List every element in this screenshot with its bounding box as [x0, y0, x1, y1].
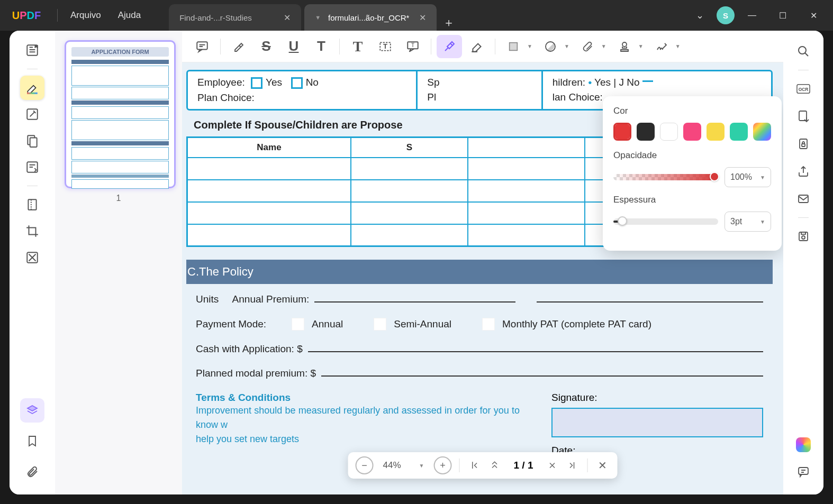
close-icon[interactable]: ✕ [284, 13, 291, 23]
next-page-icon[interactable] [545, 456, 559, 474]
highlight-tool-icon[interactable] [20, 76, 44, 100]
underline-icon[interactable]: U [281, 35, 306, 58]
separator [27, 69, 38, 69]
svg-rect-13 [510, 42, 518, 50]
svg-rect-26 [799, 468, 808, 474]
app-body: APPLICATION FORM 1 S U T T T T [10, 31, 823, 494]
first-page-icon[interactable] [467, 456, 482, 474]
employee-label: Employee: [197, 77, 245, 88]
highlighter-icon[interactable] [226, 35, 251, 58]
page-indicator: 1 / 1 [507, 460, 539, 471]
bookmark-icon[interactable] [20, 429, 44, 453]
color-teal[interactable] [730, 123, 748, 141]
checkbox[interactable] [482, 318, 495, 331]
plan-choice-label: Plan Choice: [197, 92, 406, 104]
convert-icon[interactable] [791, 104, 816, 129]
shape-dropdown[interactable]: ▼ [501, 35, 536, 58]
edit-tool-icon[interactable] [20, 102, 44, 126]
reader-tool-icon[interactable] [20, 38, 44, 62]
color-black[interactable] [637, 123, 655, 141]
squiggly-icon[interactable]: T [309, 35, 334, 58]
form-tool-icon[interactable] [20, 155, 44, 179]
tab-inactive[interactable]: Find-and-...r-Studies ✕ [169, 4, 301, 31]
svg-point-24 [802, 236, 805, 239]
slider-thumb[interactable] [618, 216, 627, 226]
chat-icon[interactable] [791, 460, 816, 484]
eraser-icon[interactable] [464, 35, 490, 58]
close-button[interactable]: ✕ [800, 5, 827, 26]
sticker-dropdown[interactable]: ▼ [538, 35, 573, 58]
color-swatches [613, 123, 771, 141]
titlebar: UPDF Arquivo Ajuda Find-and-...r-Studies… [0, 0, 833, 31]
main-menu: Arquivo Ajuda [70, 10, 141, 21]
protect-icon[interactable] [791, 132, 816, 156]
save-icon[interactable] [791, 224, 816, 249]
tab-active[interactable]: ▼ formulari...ão-br_OCR* ✕ [304, 4, 437, 31]
close-nav-icon[interactable]: ✕ [595, 456, 610, 474]
right-sidebar: OCR [783, 31, 823, 494]
menu-file[interactable]: Arquivo [70, 10, 101, 21]
pages-tool-icon[interactable] [20, 129, 44, 153]
add-tab-button[interactable]: ＋ [438, 15, 459, 31]
zoom-select[interactable]: 44%▼ [379, 460, 429, 471]
pencil-icon[interactable] [437, 35, 462, 58]
callout-icon[interactable]: T [400, 35, 425, 58]
prev-page-icon[interactable] [487, 456, 502, 474]
stamp-dropdown[interactable]: ▼ [612, 35, 647, 58]
color-yellow[interactable] [707, 123, 725, 141]
email-icon[interactable] [791, 187, 816, 211]
tab-label: formulari...ão-br_OCR* [328, 13, 409, 22]
ocr-icon[interactable]: OCR [791, 77, 816, 101]
svg-text:OCR: OCR [799, 87, 809, 92]
signature-field[interactable] [551, 408, 763, 437]
pencil-properties-popup: Cor Opacidade 100%▼ Espessura [603, 96, 782, 251]
comment-icon[interactable] [189, 35, 215, 58]
ai-icon[interactable] [796, 437, 811, 452]
color-red[interactable] [613, 123, 631, 141]
attach-dropdown[interactable]: ▼ [575, 35, 610, 58]
layers-icon[interactable] [20, 398, 44, 423]
window-controls: ⌄ S ― ☐ ✕ [687, 5, 833, 26]
compress-tool-icon[interactable] [20, 193, 44, 217]
search-icon[interactable] [791, 39, 816, 63]
last-page-icon[interactable] [565, 456, 580, 474]
textbox-icon[interactable]: T [373, 35, 398, 58]
crop-tool-icon[interactable] [20, 219, 44, 243]
redact-tool-icon[interactable] [20, 245, 44, 270]
page-thumbnail[interactable]: APPLICATION FORM [65, 40, 176, 188]
svg-rect-22 [799, 195, 808, 203]
checkbox[interactable] [374, 318, 386, 331]
color-pink[interactable] [683, 123, 701, 141]
opacity-select[interactable]: 100%▼ [725, 167, 771, 187]
opacity-label: Opacidade [613, 150, 771, 161]
minimize-button[interactable]: ― [739, 5, 765, 26]
user-avatar[interactable]: S [717, 6, 735, 24]
attachment-icon[interactable] [20, 460, 44, 484]
plan-partial: Pl [427, 91, 532, 103]
thickness-select[interactable]: 3pt▼ [725, 212, 771, 232]
strikethrough-icon[interactable]: S [253, 35, 279, 58]
thickness-slider[interactable] [613, 218, 718, 225]
opacity-slider[interactable] [613, 174, 718, 180]
zoom-out-button[interactable]: − [356, 456, 374, 474]
close-icon[interactable]: ✕ [419, 13, 426, 23]
zoom-in-button[interactable]: + [433, 456, 451, 474]
share-icon[interactable] [791, 159, 816, 184]
chevron-down-icon[interactable]: ⌄ [687, 5, 712, 25]
checkbox[interactable] [251, 77, 262, 89]
checkbox[interactable] [291, 77, 303, 89]
svg-text:T: T [411, 42, 415, 48]
color-white[interactable] [660, 123, 678, 141]
planned-modal-label: Planned modal premium: $ [196, 368, 316, 379]
text-icon[interactable]: T [345, 35, 370, 58]
maximize-button[interactable]: ☐ [769, 5, 796, 26]
color-custom[interactable] [753, 123, 771, 141]
menu-help[interactable]: Ajuda [118, 10, 141, 21]
svg-rect-6 [28, 199, 36, 210]
slider-thumb[interactable] [710, 172, 719, 181]
svg-rect-21 [802, 144, 805, 146]
svg-rect-25 [801, 232, 805, 234]
tab-dropdown-icon[interactable]: ▼ [315, 14, 321, 21]
signature-dropdown[interactable]: ▼ [649, 35, 684, 58]
checkbox[interactable] [292, 318, 304, 331]
